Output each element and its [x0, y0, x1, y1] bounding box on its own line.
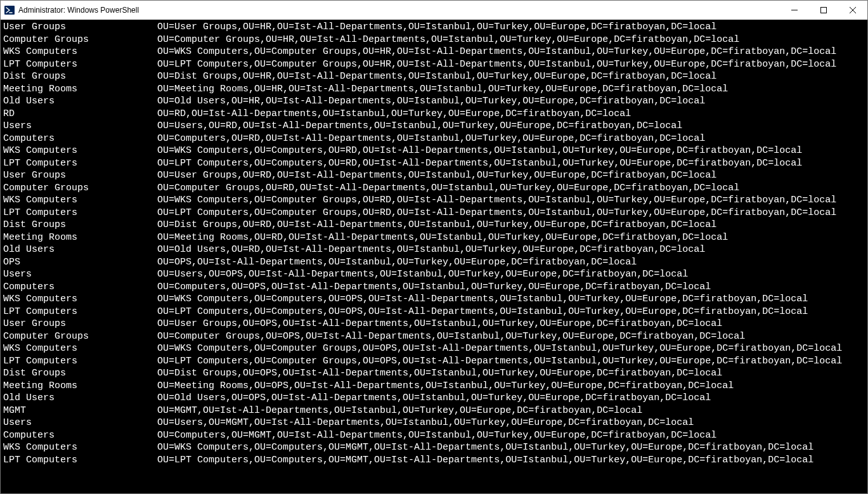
powershell-icon: [4, 5, 15, 15]
output-line: WKS Computers OU=WKS Computers,OU=Comput…: [3, 342, 865, 355]
output-line: Old Users OU=Old Users,OU=HR,OU=Ist-All-…: [3, 95, 865, 108]
output-line: MGMT OU=MGMT,OU=Ist-All-Departments,OU=I…: [3, 405, 865, 417]
output-line: LPT Computers OU=LPT Computers,OU=Comput…: [3, 58, 865, 71]
output-line: Old Users OU=Old Users,OU=OPS,OU=Ist-All…: [3, 392, 865, 405]
titlebar-left: Administrator: Windows PowerShell: [1, 5, 139, 15]
output-line: User Groups OU=User Groups,OU=RD,OU=Ist-…: [3, 169, 865, 182]
output-line: Computer Groups OU=Computer Groups,OU=RD…: [3, 182, 865, 195]
output-line: LPT Computers OU=LPT Computers,OU=Comput…: [3, 306, 865, 318]
maximize-button[interactable]: [809, 1, 838, 20]
output-line: User Groups OU=User Groups,OU=OPS,OU=Ist…: [3, 318, 865, 330]
output-line: WKS Computers OU=WKS Computers,OU=Comput…: [3, 194, 865, 207]
window-controls: [780, 1, 867, 20]
output-line: WKS Computers OU=WKS Computers,OU=Comput…: [3, 441, 865, 454]
titlebar[interactable]: Administrator: Windows PowerShell: [1, 1, 867, 20]
output-line: LPT Computers OU=LPT Computers,OU=Comput…: [3, 157, 865, 170]
output-line: Computer Groups OU=Computer Groups,OU=HR…: [3, 34, 865, 46]
output-line: OPS OU=OPS,OU=Ist-All-Departments,OU=Ist…: [3, 256, 865, 269]
output-line: LPT Computers OU=LPT Computers,OU=Comput…: [3, 454, 865, 467]
output-line: Dist Groups OU=Dist Groups,OU=OPS,OU=Ist…: [3, 367, 865, 380]
output-line: Meeting Rooms OU=Meeting Rooms,OU=RD,OU=…: [3, 231, 865, 244]
window-title: Administrator: Windows PowerShell: [18, 6, 139, 15]
output-line: Computers OU=Computers,OU=OPS,OU=Ist-All…: [3, 281, 865, 294]
output-line: Computers OU=Computers,OU=RD,OU=Ist-All-…: [3, 133, 865, 145]
output-line: RD OU=RD,OU=Ist-All-Departments,OU=Istan…: [3, 108, 865, 120]
output-line: Dist Groups OU=Dist Groups,OU=HR,OU=Ist-…: [3, 70, 865, 83]
powershell-window: Administrator: Windows PowerShell User G…: [0, 0, 868, 494]
close-button[interactable]: [838, 1, 867, 20]
output-line: Meeting Rooms OU=Meeting Rooms,OU=OPS,OU…: [3, 380, 865, 393]
output-line: WKS Computers OU=WKS Computers,OU=Comput…: [3, 145, 865, 157]
output-line: LPT Computers OU=LPT Computers,OU=Comput…: [3, 355, 865, 368]
output-line: Users OU=Users,OU=MGMT,OU=Ist-All-Depart…: [3, 417, 865, 429]
output-line: Dist Groups OU=Dist Groups,OU=RD,OU=Ist-…: [3, 219, 865, 231]
output-line: Old Users OU=Old Users,OU=RD,OU=Ist-All-…: [3, 244, 865, 256]
output-line: Users OU=Users,OU=RD,OU=Ist-All-Departme…: [3, 120, 865, 133]
output-line: Computer Groups OU=Computer Groups,OU=OP…: [3, 330, 865, 343]
output-line: Users OU=Users,OU=OPS,OU=Ist-All-Departm…: [3, 268, 865, 281]
svg-rect-3: [821, 8, 827, 13]
output-line: Computers OU=Computers,OU=MGMT,OU=Ist-Al…: [3, 429, 865, 442]
minimize-button[interactable]: [780, 1, 809, 20]
console-output[interactable]: User Groups OU=User Groups,OU=HR,OU=Ist-…: [1, 20, 867, 493]
output-line: WKS Computers OU=WKS Computers,OU=Comput…: [3, 293, 865, 306]
output-line: Meeting Rooms OU=Meeting Rooms,OU=HR,OU=…: [3, 83, 865, 96]
output-line: WKS Computers OU=WKS Computers,OU=Comput…: [3, 46, 865, 58]
output-line: User Groups OU=User Groups,OU=HR,OU=Ist-…: [3, 21, 865, 34]
output-line: LPT Computers OU=LPT Computers,OU=Comput…: [3, 207, 865, 219]
